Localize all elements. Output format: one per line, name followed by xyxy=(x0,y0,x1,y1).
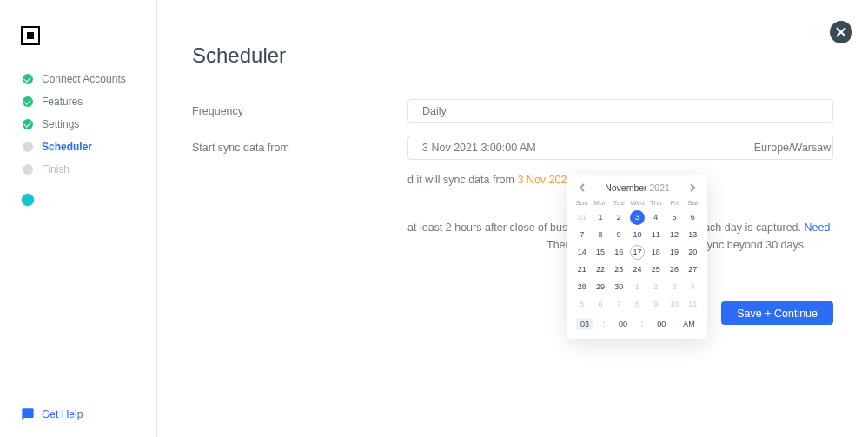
calendar-day[interactable]: 10 xyxy=(665,295,683,313)
calendar-day[interactable]: 23 xyxy=(610,261,628,278)
calendar-day[interactable]: 6 xyxy=(684,209,702,226)
step-settings[interactable]: Settings xyxy=(0,113,156,136)
next-month-button[interactable] xyxy=(686,182,699,194)
calendar-day[interactable]: 3 xyxy=(665,278,683,295)
chevron-left-icon xyxy=(579,183,586,192)
calendar-day[interactable]: 4 xyxy=(646,209,665,226)
calendar-day[interactable]: 2 xyxy=(610,209,628,226)
calendar-day[interactable]: 9 xyxy=(610,226,628,243)
calendar-day[interactable]: 5 xyxy=(665,209,683,226)
calendar-day[interactable]: 2 xyxy=(646,278,665,295)
calendar-day[interactable]: 20 xyxy=(684,243,702,261)
step-label: Connect Accounts xyxy=(42,73,126,85)
step-features[interactable]: Features xyxy=(0,90,156,113)
calendar-day[interactable]: 1 xyxy=(591,209,609,226)
step-connect-accounts[interactable]: Connect Accounts xyxy=(0,68,156,90)
calendar-day[interactable]: 30 xyxy=(610,278,628,295)
frequency-label: Frequency xyxy=(192,105,407,117)
calendar-dow: Mon xyxy=(591,197,609,209)
calendar-day[interactable]: 4 xyxy=(684,278,702,295)
time-minute[interactable]: 00 xyxy=(614,320,632,328)
timezone-value: Europe/Warsaw xyxy=(754,142,831,154)
calendar-day[interactable]: 17 xyxy=(628,243,646,261)
time-hour[interactable]: 03 xyxy=(576,318,593,330)
calendar-day[interactable]: 5 xyxy=(573,295,591,313)
app-badge-icon[interactable] xyxy=(21,193,35,207)
start-date-value: 3 Nov 2021 3:00:00 AM xyxy=(422,142,536,154)
sync-from-date: 3 Nov 2021 xyxy=(517,174,573,186)
square-logo-icon xyxy=(21,26,40,45)
calendar-day[interactable]: 7 xyxy=(610,295,628,313)
step-label: Settings xyxy=(42,118,79,130)
wizard-steps: Connect Accounts Features Settings Sched… xyxy=(0,68,156,181)
calendar-day[interactable]: 16 xyxy=(610,243,628,261)
calendar-day[interactable]: 6 xyxy=(591,295,609,313)
calendar-day[interactable]: 29 xyxy=(591,278,609,295)
start-sync-label: Start sync data from xyxy=(192,142,407,154)
calendar-day[interactable]: 11 xyxy=(684,295,702,313)
timezone-select[interactable]: Europe/Warsaw xyxy=(752,136,833,160)
calendar-day[interactable]: 13 xyxy=(684,226,702,243)
chat-icon xyxy=(21,407,35,421)
step-scheduler[interactable]: Scheduler xyxy=(0,136,156,158)
calendar-dow: Tue xyxy=(610,197,628,209)
close-button[interactable] xyxy=(830,21,852,43)
calendar-day[interactable]: 31 xyxy=(573,209,591,226)
help-label: Get Help xyxy=(42,408,83,420)
calendar-dow: Sat xyxy=(684,197,702,209)
calendar-day[interactable]: 19 xyxy=(665,243,683,261)
calendar-day[interactable]: 21 xyxy=(573,261,591,278)
check-icon xyxy=(23,119,33,129)
time-second[interactable]: 00 xyxy=(653,320,670,328)
sidebar: Connect Accounts Features Settings Sched… xyxy=(0,0,157,437)
dot-icon xyxy=(23,142,33,152)
step-label: Scheduler xyxy=(42,141,92,153)
chevron-right-icon xyxy=(689,183,696,192)
calendar-day[interactable]: 14 xyxy=(573,243,591,261)
frequency-value: Daily xyxy=(422,105,447,117)
date-picker: November 2021 SunMonTueWedThuFriSat 3112… xyxy=(567,175,707,339)
save-continue-button[interactable]: Save + Continue xyxy=(721,301,833,325)
calendar-day[interactable]: 28 xyxy=(573,278,591,295)
start-date-input[interactable]: 3 Nov 2021 3:00:00 AM xyxy=(407,136,752,160)
calendar-day[interactable]: 27 xyxy=(684,261,702,278)
check-icon xyxy=(23,74,33,84)
calendar-dow: Fri xyxy=(665,197,683,209)
calendar-day[interactable]: 10 xyxy=(628,226,646,243)
page-title: Scheduler xyxy=(192,43,833,68)
calendar-day[interactable]: 8 xyxy=(591,226,609,243)
calendar-grid: SunMonTueWedThuFriSat 311234567891011121… xyxy=(573,197,702,313)
calendar-month-year: November 2021 xyxy=(605,182,670,193)
prev-month-button[interactable] xyxy=(576,182,588,194)
calendar-dow: Sun xyxy=(573,197,591,209)
time-ampm[interactable]: AM xyxy=(679,320,699,328)
calendar-day[interactable]: 11 xyxy=(646,226,665,243)
calendar-day[interactable]: 26 xyxy=(665,261,683,278)
calendar-day[interactable]: 9 xyxy=(646,295,665,313)
calendar-day[interactable]: 1 xyxy=(628,278,646,295)
step-label: Features xyxy=(42,96,83,108)
calendar-dow: Wed xyxy=(628,197,646,209)
calendar-day[interactable]: 7 xyxy=(573,226,591,243)
dot-icon xyxy=(23,164,33,175)
check-icon xyxy=(23,96,33,107)
calendar-day[interactable]: 3 xyxy=(628,209,646,226)
time-picker: 03 : 00 : 00 AM xyxy=(573,318,702,330)
step-finish[interactable]: Finish xyxy=(0,158,156,181)
main-content: Scheduler Frequency Daily Start sync dat… xyxy=(157,0,868,437)
frequency-select[interactable]: Daily xyxy=(407,99,833,123)
calendar-day[interactable]: 22 xyxy=(591,261,609,278)
need-link[interactable]: Need xyxy=(805,222,831,234)
calendar-day[interactable]: 25 xyxy=(646,261,665,278)
calendar-day[interactable]: 24 xyxy=(628,261,646,278)
calendar-day[interactable]: 15 xyxy=(591,243,609,261)
calendar-dow: Thu xyxy=(646,197,665,209)
calendar-day[interactable]: 12 xyxy=(665,226,683,243)
step-label: Finish xyxy=(42,163,70,175)
get-help-link[interactable]: Get Help xyxy=(21,407,83,421)
calendar-day[interactable]: 8 xyxy=(628,295,646,313)
close-icon xyxy=(836,27,846,37)
calendar-day[interactable]: 18 xyxy=(646,243,665,261)
